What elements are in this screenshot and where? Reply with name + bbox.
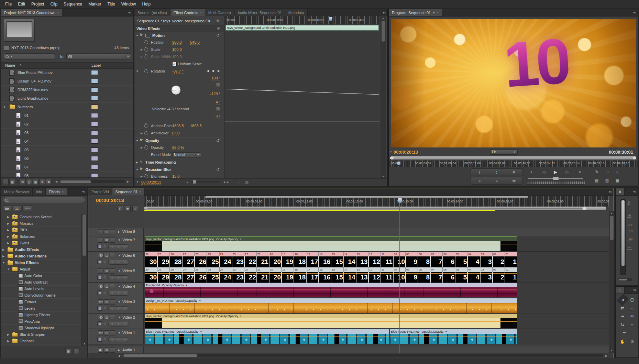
menu-file[interactable]: File <box>2 2 15 7</box>
countdown-clip-24[interactable]: 2424 <box>219 252 232 267</box>
list-item-05[interactable]: 05 <box>1 146 133 154</box>
safe-margins-button[interactable]: ⊞ <box>603 169 611 175</box>
twirl-right-icon[interactable]: ▶ <box>141 175 143 178</box>
program-current-timecode[interactable]: 00;00;20;13 <box>394 150 418 155</box>
tab-info[interactable]: Info <box>33 188 45 195</box>
countdown-clip-08[interactable]: 088 <box>418 252 430 267</box>
keyframe-diamond-icon[interactable]: ◇ <box>103 275 106 279</box>
lock-track-toggle[interactable] <box>110 268 115 274</box>
stopwatch-icon[interactable] <box>144 48 148 52</box>
track-header-video-3[interactable]: ⊟▼Video 3▦◇◀◆▶ <box>88 298 144 313</box>
countdown-clip-29[interactable]: 2929 <box>157 267 169 283</box>
keyframe-nav[interactable]: ◀◆▶ <box>108 260 129 265</box>
menu-clip[interactable]: Clip <box>47 2 60 7</box>
opacity-row[interactable]: ▶ Opacity 66.0 % <box>134 144 224 151</box>
graph-expander-icon[interactable]: ↕ <box>216 83 220 87</box>
countdown-clip-22[interactable]: 2222 <box>244 252 256 267</box>
countdown-clip-13[interactable]: 1313 <box>356 267 368 283</box>
twirl-down-icon[interactable]: ▼ <box>118 300 121 304</box>
rotation-value[interactable]: -87.7 ° <box>172 69 184 74</box>
tab-project[interactable]: Project: NYE 2013 Countdown× <box>1 9 62 16</box>
twirl-right-icon[interactable]: ▶ <box>2 255 4 258</box>
list-item-numbers[interactable]: ▼Numbers <box>1 103 133 111</box>
program-ruler[interactable]: ;00;0000;01;04;0200;02;08;0400;03;12;060… <box>389 161 638 167</box>
twirl-right-icon[interactable]: ▶ <box>136 161 138 164</box>
countdown-clip-25[interactable]: 2525 <box>207 267 219 283</box>
track-header-video-8[interactable]: ⊟▶Video 8 <box>88 228 144 236</box>
shuttle-slider[interactable] <box>528 178 583 179</box>
filter-32bit-button[interactable]: 32 <box>13 206 21 211</box>
tree-item-convolution-kernel[interactable]: ▶★Convolution Kernel <box>1 214 81 220</box>
keyframe-diamond-icon[interactable]: ◇ <box>103 291 106 294</box>
label-color-chip[interactable] <box>91 156 98 161</box>
set-display-style-button[interactable]: ⊟ <box>104 299 109 305</box>
countdown-clip-09[interactable]: 099 <box>405 252 418 267</box>
countdown-clip-27[interactable]: 2727 <box>182 252 194 267</box>
anchor-x-value[interactable]: 1893.5 <box>172 124 184 128</box>
tree-item-video-effects[interactable]: ▼Video Effects <box>1 260 81 266</box>
panel-menu-icon[interactable]: ▾≡ <box>126 9 133 16</box>
menu-window[interactable]: Window <box>118 2 139 7</box>
twirl-down-icon[interactable]: ▼ <box>7 268 10 271</box>
track-header-video-1[interactable]: ⊟▼Video 1▦◇◀◆▶ <box>88 329 144 344</box>
keyframe-diamond-icon[interactable]: ◇ <box>103 322 106 325</box>
countdown-clip-16[interactable]: 1616 <box>318 267 331 283</box>
position-row[interactable]: Position 960.0 540.0 <box>134 39 224 46</box>
countdown-clip-03[interactable]: 033 <box>480 267 492 283</box>
thumbnail-style-icon[interactable]: ▦ <box>97 244 102 249</box>
list-item-drm229ntsc-mov[interactable]: DRM229Ntsc.mov <box>1 86 133 94</box>
ec-vertical-scrollbar[interactable]: ▲ ▼ <box>381 16 386 178</box>
countdown-clip-01[interactable]: 011 <box>505 267 517 283</box>
countdown-clip-02[interactable]: 022 <box>492 252 505 267</box>
tree-item-lighting-effects[interactable]: Lighting Effects <box>1 312 81 318</box>
countdown-clip-19[interactable]: 1919 <box>281 267 294 283</box>
countdown-clip-19[interactable]: 1919 <box>281 252 294 267</box>
panel-menu-icon[interactable]: ▾≡ <box>607 188 614 195</box>
tree-item-extract[interactable]: Extract <box>1 299 81 305</box>
twirl-right-icon[interactable]: ▶ <box>141 146 143 149</box>
search-input[interactable]: ▼ <box>3 53 55 59</box>
countdown-clip-18[interactable]: 1818 <box>294 267 306 283</box>
countdown-clip-20[interactable]: 2020 <box>269 252 281 267</box>
countdown-clip-06[interactable]: 066 <box>442 267 455 283</box>
ec-clip-bar[interactable]: rays_vector_background Circle radiation … <box>225 25 379 31</box>
countdown-clip-10[interactable]: 1010 <box>393 267 405 283</box>
track-header-video-5[interactable]: ⊟▼Video 5▦◇◀◆▶ <box>88 267 144 283</box>
new-custom-bin-button[interactable]: ▣ <box>65 348 71 354</box>
countdown-clip-28[interactable]: 2828 <box>169 252 182 267</box>
twirl-right-icon[interactable]: ▶ <box>7 235 9 238</box>
countdown-clip-08[interactable]: 088 <box>418 267 430 283</box>
toggle-track-output[interactable] <box>98 229 103 234</box>
twirl-down-icon[interactable]: ▼ <box>118 269 121 273</box>
countdown-clip-25[interactable]: 2525 <box>207 252 219 267</box>
ec-playhead[interactable] <box>330 16 330 186</box>
tree-item-auto-contrast[interactable]: Auto Contrast <box>1 279 81 286</box>
lock-track-toggle[interactable] <box>110 238 115 243</box>
countdown-clip-30[interactable]: 3030 <box>145 252 157 267</box>
thumbnail-style-icon[interactable]: ▦ <box>97 290 102 295</box>
new-item-button[interactable]: ✚ <box>39 179 45 185</box>
set-display-style-button[interactable]: ⊟ <box>104 268 109 274</box>
step-forward-button[interactable]: ▷ <box>563 169 571 175</box>
position-x-value[interactable]: 960.0 <box>172 40 182 45</box>
countdown-clips-video6[interactable]: 3030292928282727262625252424232322222121… <box>145 252 517 267</box>
countdown-clip-04[interactable]: 044 <box>467 267 480 283</box>
twirl-down-icon[interactable]: ▼ <box>136 34 139 37</box>
rotation-dial[interactable] <box>172 86 180 95</box>
in-filter-select[interactable]: All▼ <box>66 53 131 59</box>
lock-track-toggle[interactable] <box>110 315 115 320</box>
panel-menu-icon[interactable]: ▾≡ <box>631 9 638 16</box>
label-color-chip[interactable] <box>91 130 98 135</box>
play-in-to-out-button[interactable]: ⇋ <box>510 178 518 184</box>
track-header-video-4[interactable]: ⊟▼Video 4▦◇◀◆▶ <box>88 283 144 298</box>
menu-sequence[interactable]: Sequence <box>60 2 85 7</box>
uniform-scale-row[interactable]: ✓ Uniform Scale <box>134 61 224 68</box>
tab-source-no-clips-[interactable]: Source: (no clips) <box>134 9 170 16</box>
time-remapping-row[interactable]: ▶ fx Time Remapping <box>134 159 224 166</box>
toggle-track-output[interactable] <box>98 348 103 353</box>
tree-item-convolution-kernel[interactable]: Convolution Kernel <box>1 292 81 299</box>
clip-design-04-hd[interactable]: Design_04_HD.movOpacity:Opacity▾ <box>145 298 517 313</box>
scale-value[interactable]: 100.0 <box>172 47 182 52</box>
menu-marker[interactable]: Marker <box>85 2 104 7</box>
countdown-clip-01[interactable]: 011 <box>505 252 517 267</box>
